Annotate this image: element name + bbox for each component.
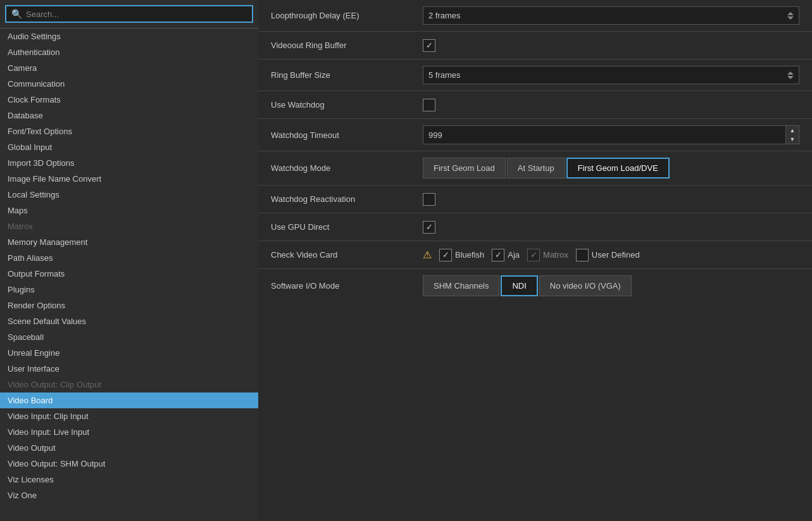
row-control-videoout-ring-buffer xyxy=(423,39,799,52)
app-container: 🔍 Audio SettingsAuthenticationCameraComm… xyxy=(0,0,812,521)
sidebar-item-matrox: Matrox xyxy=(0,218,258,234)
card-group-0: Bluefish xyxy=(439,249,484,261)
videoout-ring-buffer-checkbox[interactable] xyxy=(423,39,435,52)
row-label-loopthrough-delay: Loopthrough Delay (EE) xyxy=(271,11,423,20)
settings-row-videoout-ring-buffer: Videoout Ring Buffer xyxy=(258,32,812,60)
sidebar-item-viz-one[interactable]: Viz One xyxy=(0,487,258,503)
sidebar-item-video-board[interactable]: Video Board xyxy=(0,392,258,408)
watchdog-mode-btn-2[interactable]: First Geom Load/DVE xyxy=(566,158,670,179)
video-card-controls: ⚠BluefishAjaMatroxUser Defined xyxy=(423,249,640,261)
row-label-check-video-card: Check Video Card xyxy=(271,250,423,260)
settings-row-use-gpu-direct: Use GPU Direct xyxy=(258,213,812,241)
settings-row-software-io-mode: Software I/O ModeSHM ChannelsNDINo video… xyxy=(258,269,812,303)
row-label-watchdog-reactivation: Watchdog Reactivation xyxy=(271,194,423,204)
software-io-mode-btn-1[interactable]: NDI xyxy=(501,275,537,296)
card-label-0: Bluefish xyxy=(455,250,484,260)
sidebar-item-global-input[interactable]: Global Input xyxy=(0,139,258,155)
card-checkbox-1[interactable] xyxy=(492,249,504,261)
row-label-use-gpu-direct: Use GPU Direct xyxy=(271,222,423,232)
loopthrough-delay-select[interactable]: 2 frames xyxy=(423,6,799,25)
watchdog-timeout-spinner-up[interactable]: ▲ xyxy=(786,126,799,135)
row-control-use-watchdog xyxy=(423,99,799,111)
sidebar-item-local-settings[interactable]: Local Settings xyxy=(0,187,258,203)
watchdog-reactivation-checkbox[interactable] xyxy=(423,193,435,206)
sidebar-item-unreal-engine[interactable]: Unreal Engine xyxy=(0,345,258,361)
row-control-software-io-mode: SHM ChannelsNDINo video I/O (VGA) xyxy=(423,275,799,296)
sidebar-item-clock-formats[interactable]: Clock Formats xyxy=(0,92,258,108)
sidebar-item-communication[interactable]: Communication xyxy=(0,76,258,92)
row-label-software-io-mode: Software I/O Mode xyxy=(271,281,423,291)
sidebar-item-image-file-name-convert[interactable]: Image File Name Convert xyxy=(0,171,258,187)
row-control-watchdog-reactivation xyxy=(423,193,799,206)
card-group-1: Aja xyxy=(492,249,520,261)
loopthrough-delay-arrows[interactable] xyxy=(787,12,794,20)
ring-buffer-size-arrow-up[interactable] xyxy=(787,72,794,75)
card-group-2: Matrox xyxy=(527,249,568,261)
main-content: Loopthrough Delay (EE)2 framesVideoout R… xyxy=(258,0,812,521)
settings-row-use-watchdog: Use Watchdog xyxy=(258,91,812,119)
loopthrough-delay-arrow-up[interactable] xyxy=(787,12,794,15)
sidebar-item-camera[interactable]: Camera xyxy=(0,60,258,76)
settings-row-check-video-card: Check Video Card⚠BluefishAjaMatroxUser D… xyxy=(258,241,812,269)
search-box: 🔍 xyxy=(5,5,253,23)
row-control-check-video-card: ⚠BluefishAjaMatroxUser Defined xyxy=(423,249,799,261)
watchdog-timeout-input[interactable] xyxy=(423,125,786,144)
search-container: 🔍 xyxy=(0,0,258,28)
row-control-use-gpu-direct xyxy=(423,221,799,234)
sidebar-item-path-aliases[interactable]: Path Aliases xyxy=(0,250,258,266)
row-control-watchdog-timeout: ▲▼ xyxy=(423,125,799,144)
software-io-mode-button-group: SHM ChannelsNDINo video I/O (VGA) xyxy=(423,275,633,296)
sidebar-item-authentication[interactable]: Authentication xyxy=(0,44,258,60)
sidebar-item-spaceball[interactable]: Spaceball xyxy=(0,329,258,345)
row-label-watchdog-timeout: Watchdog Timeout xyxy=(271,130,423,140)
sidebar-item-viz-licenses[interactable]: Viz Licenses xyxy=(0,472,258,487)
card-label-1: Aja xyxy=(508,250,520,260)
card-checkbox-2 xyxy=(527,249,540,261)
settings-row-loopthrough-delay: Loopthrough Delay (EE)2 frames xyxy=(258,0,812,32)
sidebar-item-font-text-options[interactable]: Font/Text Options xyxy=(0,123,258,139)
sidebar-item-output-formats[interactable]: Output Formats xyxy=(0,266,258,282)
use-watchdog-checkbox[interactable] xyxy=(423,99,435,111)
ring-buffer-size-select[interactable]: 5 frames xyxy=(423,66,799,84)
watchdog-timeout-spinner-down[interactable]: ▼ xyxy=(786,135,799,144)
use-gpu-direct-checkbox[interactable] xyxy=(423,221,435,234)
sidebar-list: Audio SettingsAuthenticationCameraCommun… xyxy=(0,28,258,521)
software-io-mode-btn-2[interactable]: No video I/O (VGA) xyxy=(539,275,632,296)
sidebar-item-plugins[interactable]: Plugins xyxy=(0,282,258,298)
software-io-mode-btn-0[interactable]: SHM Channels xyxy=(423,275,499,296)
row-label-use-watchdog: Use Watchdog xyxy=(271,100,423,110)
sidebar-item-import-3d-options[interactable]: Import 3D Options xyxy=(0,155,258,171)
sidebar-item-maps[interactable]: Maps xyxy=(0,203,258,218)
sidebar: 🔍 Audio SettingsAuthenticationCameraComm… xyxy=(0,0,258,521)
row-control-watchdog-mode: First Geom LoadAt StartupFirst Geom Load… xyxy=(423,158,799,179)
ring-buffer-size-arrow-down[interactable] xyxy=(787,76,794,79)
sidebar-item-user-interface[interactable]: User Interface xyxy=(0,361,258,377)
ring-buffer-size-arrows[interactable] xyxy=(787,72,794,79)
sidebar-item-video-output[interactable]: Video Output xyxy=(0,440,258,456)
watchdog-mode-btn-1[interactable]: At Startup xyxy=(507,158,565,179)
settings-row-watchdog-reactivation: Watchdog Reactivation xyxy=(258,185,812,213)
sidebar-item-database[interactable]: Database xyxy=(0,108,258,123)
ring-buffer-size-value: 5 frames xyxy=(428,70,461,80)
sidebar-item-render-options[interactable]: Render Options xyxy=(0,298,258,313)
watchdog-mode-btn-0[interactable]: First Geom Load xyxy=(423,158,506,179)
search-input[interactable] xyxy=(26,9,247,19)
row-control-ring-buffer-size: 5 frames xyxy=(423,66,799,84)
settings-row-watchdog-timeout: Watchdog Timeout▲▼ xyxy=(258,119,812,151)
loopthrough-delay-value: 2 frames xyxy=(428,11,461,20)
sidebar-item-video-input-live-input[interactable]: Video Input: Live Input xyxy=(0,424,258,440)
sidebar-item-memory-management[interactable]: Memory Management xyxy=(0,234,258,250)
warning-icon: ⚠ xyxy=(423,249,432,261)
sidebar-item-video-output-shm-output[interactable]: Video Output: SHM Output xyxy=(0,456,258,472)
watchdog-timeout-spinner: ▲▼ xyxy=(786,125,799,144)
watchdog-timeout-container: ▲▼ xyxy=(423,125,799,144)
watchdog-mode-button-group: First Geom LoadAt StartupFirst Geom Load… xyxy=(423,158,671,179)
card-checkbox-0[interactable] xyxy=(439,249,452,261)
sidebar-item-video-input-clip-input[interactable]: Video Input: Clip Input xyxy=(0,408,258,424)
card-checkbox-3[interactable] xyxy=(576,249,589,261)
sidebar-item-scene-default-values[interactable]: Scene Default Values xyxy=(0,313,258,329)
card-label-3: User Defined xyxy=(592,250,640,260)
card-group-3: User Defined xyxy=(576,249,640,261)
loopthrough-delay-arrow-down[interactable] xyxy=(787,16,794,20)
sidebar-item-audio-settings[interactable]: Audio Settings xyxy=(0,28,258,44)
